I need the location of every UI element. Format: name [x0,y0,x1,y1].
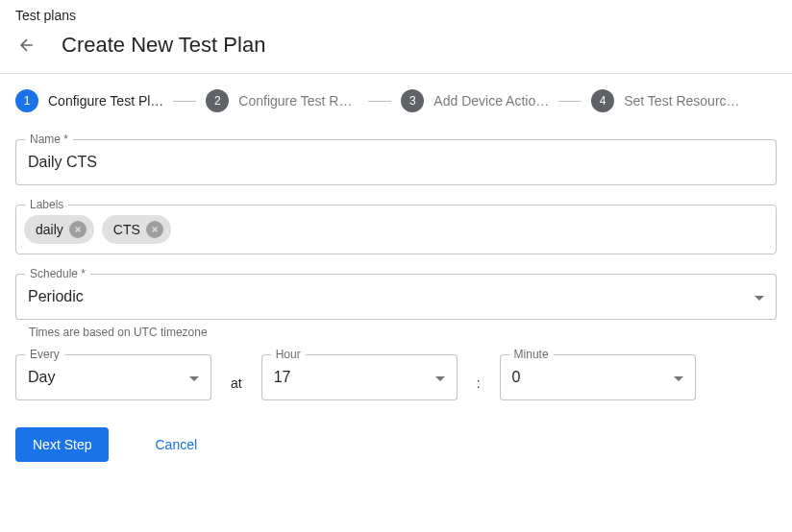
dropdown-arrow-icon [755,288,764,305]
name-label: Name * [25,133,73,146]
step-4-label: Set Test Resourc… [624,93,739,109]
next-step-button[interactable]: Next Step [15,427,109,462]
name-input[interactable] [15,139,777,185]
labels-input[interactable]: daily CTS [15,205,777,254]
every-field-wrapper: Every Day [15,354,211,400]
schedule-label: Schedule * [25,267,90,280]
step-4[interactable]: 4 Set Test Resourc… [591,89,739,112]
minute-label: Minute [509,348,554,361]
step-1-badge: 1 [15,89,38,112]
every-label: Every [25,348,64,361]
schedule-time-row: Every Day at Hour 17 : [15,354,777,400]
stepper: 1 Configure Test Pl… 2 Configure Test Ru… [15,89,777,112]
hour-select[interactable]: 17 [261,354,458,400]
dropdown-arrow-icon [674,369,683,386]
dropdown-arrow-icon [435,369,445,386]
step-1-label: Configure Test Pl… [48,93,163,109]
back-arrow-icon[interactable] [15,34,38,57]
hour-field-wrapper: Hour 17 [261,354,458,400]
breadcrumb[interactable]: Test plans [0,0,792,29]
step-connector [173,101,196,102]
chip-label: daily [36,222,63,237]
hour-value: 17 [274,369,291,386]
every-select[interactable]: Day [15,354,211,400]
chip-remove-icon[interactable] [146,221,163,238]
step-1[interactable]: 1 Configure Test Pl… [15,89,163,112]
chip-label: CTS [113,222,140,237]
minute-select[interactable]: 0 [500,354,696,400]
step-3-badge: 3 [401,89,424,112]
schedule-select[interactable]: Periodic [15,274,777,320]
minute-value: 0 [512,369,521,386]
page-header: Create New Test Plan [0,29,792,69]
step-connector [558,101,582,102]
at-separator: at [231,364,242,391]
cancel-button[interactable]: Cancel [155,437,197,452]
minute-field-wrapper: Minute 0 [500,354,696,400]
chip-daily: daily [24,215,94,244]
step-2[interactable]: 2 Configure Test Ru… [206,89,359,112]
step-3-label: Add Device Actio… [433,93,549,109]
colon-separator: : [477,364,481,391]
schedule-value: Periodic [28,288,84,305]
hour-label: Hour [271,348,306,361]
step-2-label: Configure Test Ru… [238,93,359,109]
name-field-wrapper: Name * [15,139,777,185]
step-connector [368,101,391,102]
step-2-badge: 2 [206,89,229,112]
dropdown-arrow-icon [189,369,199,386]
schedule-hint: Times are based on UTC timezone [15,326,777,339]
page-title: Create New Test Plan [62,33,265,58]
step-4-badge: 4 [591,89,614,112]
labels-label: Labels [25,198,68,211]
chip-remove-icon[interactable] [69,221,87,238]
chip-cts: CTS [102,215,171,244]
every-value: Day [28,369,55,386]
step-3[interactable]: 3 Add Device Actio… [401,89,549,112]
labels-field-wrapper: Labels daily CTS [15,205,777,254]
schedule-field-wrapper: Schedule * Periodic [15,274,777,320]
action-buttons: Next Step Cancel [15,427,777,462]
